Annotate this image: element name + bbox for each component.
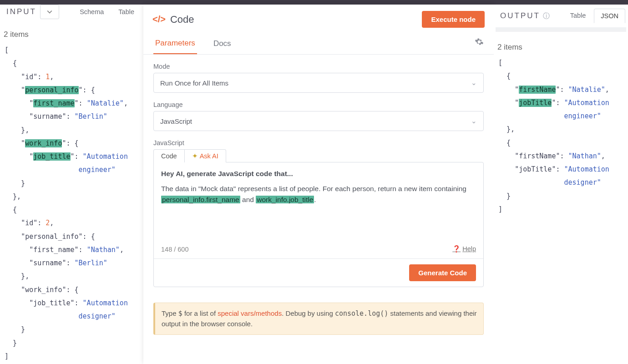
sparkle-icon: ✦ [192, 152, 198, 160]
javascript-section: JavaScript Code ✦Ask AI Hey AI, generate… [153, 139, 484, 287]
mode-label: Mode [153, 63, 484, 70]
code-node-panel: </> Code Execute node Parameters Docs Mo… [143, 5, 494, 364]
input-items-count: 2 items [0, 23, 143, 41]
mode-field: Mode Run Once for All Items ⌄ [153, 63, 484, 93]
generate-code-button[interactable]: Generate Code [409, 264, 476, 281]
help-link[interactable]: ❓Help [452, 245, 476, 253]
input-title: INPUT [3, 7, 36, 16]
ai-prompt-heading: Hey AI, generate JavaScript code that... [154, 162, 483, 182]
input-source-dropdown[interactable] [40, 5, 59, 19]
output-items-count: 2 items [494, 35, 628, 54]
hint-mid1: for a list of [182, 309, 218, 317]
mode-value: Run Once for All Items [160, 79, 228, 87]
help-label: Help [462, 245, 476, 253]
ai-hl2: work_info.job_title [256, 196, 314, 203]
output-scroll-track [496, 27, 626, 32]
hint-dollar: $ [178, 309, 182, 318]
chevron-down-icon: ⌄ [471, 79, 477, 87]
hint-banner: Type $ for a list of special vars/method… [153, 303, 484, 335]
input-tab-table[interactable]: Table [112, 5, 141, 19]
tab-docs[interactable]: Docs [212, 35, 233, 54]
char-counter: 148 / 600 [161, 246, 188, 253]
ask-ai-input[interactable]: Hey AI, generate JavaScript code that...… [153, 162, 484, 287]
input-tab-schema[interactable]: Schema [73, 5, 110, 19]
ai-body-mid: and [240, 196, 256, 203]
window-topbar [0, 0, 628, 5]
tab-parameters[interactable]: Parameters [153, 35, 197, 54]
askai-subtab[interactable]: ✦Ask AI [185, 149, 226, 162]
language-value: JavaScript [160, 117, 192, 125]
mode-select[interactable]: Run Once for All Items ⌄ [153, 73, 484, 93]
input-pane: INPUT Schema Table 2 items [ { "id": 1, … [0, 5, 143, 364]
node-title: Code [170, 14, 194, 25]
askai-label: Ask AI [200, 152, 218, 160]
output-title: OUTPUT [496, 11, 540, 20]
output-json-view[interactable]: [ { "firstName": "Natalie", "jobTitle": … [494, 54, 628, 219]
hint-mid2: . Debug by using [282, 309, 335, 317]
js-section-label: JavaScript [153, 139, 484, 147]
hint-special-vars-link[interactable]: special vars/methods [218, 309, 282, 317]
gear-icon [475, 37, 484, 46]
ai-hl1: personal_info.first_name [161, 196, 240, 203]
output-tab-json[interactable]: JSON [594, 9, 625, 23]
settings-button[interactable] [475, 37, 484, 52]
chevron-down-icon: ⌄ [471, 117, 477, 125]
execute-node-button[interactable]: Execute node [422, 11, 485, 28]
chevron-down-icon [47, 9, 52, 15]
language-field: Language JavaScript ⌄ [153, 101, 484, 131]
output-tab-table[interactable]: Table [564, 9, 593, 23]
ai-body-pre: The data in "Mock data" represents a lis… [161, 185, 466, 192]
code-icon: </> [152, 14, 166, 25]
hint-code: console.log() [335, 309, 388, 318]
ai-prompt-body: The data in "Mock data" represents a lis… [154, 182, 483, 209]
code-subtab[interactable]: Code [153, 149, 185, 162]
info-icon[interactable]: ⓘ [543, 12, 550, 20]
language-select[interactable]: JavaScript ⌄ [153, 111, 484, 131]
input-json-view[interactable]: [ { "id": 1, "personal_info": { "first_n… [0, 41, 143, 364]
ai-body-post: . [314, 196, 316, 203]
help-icon: ❓ [452, 245, 461, 253]
hint-pre: Type [162, 309, 178, 317]
output-pane: OUTPUT ⓘ Table JSON 2 items [ { "firstNa… [494, 5, 628, 364]
language-label: Language [153, 101, 484, 108]
